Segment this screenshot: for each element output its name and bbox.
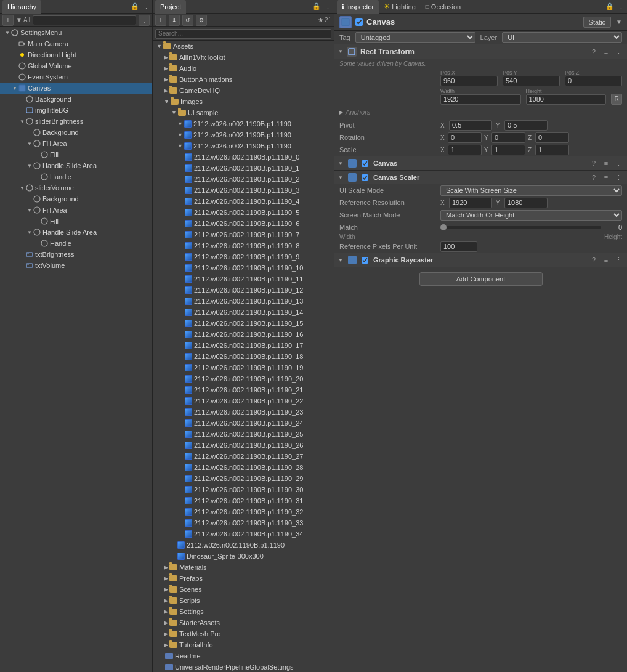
tag-dropdown[interactable]: Untagged [355,32,475,43]
project-item-readme[interactable]: Readme [153,650,334,662]
hierarchy-item-slider-volume[interactable]: ▼ sliderVolume [0,182,152,193]
project-item-img-6[interactable]: 2112.w026.n002.1190B.p1.1190_6 [153,218,334,229]
graphic-raycaster-header[interactable]: ▼ Graphic Raycaster ? ≡ ⋮ [334,253,627,267]
hierarchy-item-handle1[interactable]: Handle [0,171,152,182]
hierarchy-item-handle-slide1[interactable]: ▼ Handle Slide Area [0,160,152,171]
rect-transform-header[interactable]: ▼ Rect Transform ? ≡ ⋮ [334,44,627,59]
hierarchy-lock-icon[interactable]: 🔒 [131,2,139,10]
hierarchy-item-background1[interactable]: Background [0,94,152,105]
rt-posx-input[interactable] [440,76,498,86]
canvas-component-header[interactable]: ▼ Canvas ? ≡ ⋮ [334,156,627,170]
hierarchy-item-main-camera[interactable]: Main Camera [0,38,152,49]
canvas-comp-help[interactable]: ? [589,158,599,168]
project-item-img-19[interactable]: 2112.w026.n002.1190B.p1.1190_19 [153,362,334,373]
project-item-textmesh[interactable]: ▶ TextMesh Pro [153,628,334,639]
rt-help-btn[interactable]: ? [589,47,599,57]
canvas-scaler-settings[interactable]: ≡ [601,172,611,182]
hierarchy-item-settings-menu[interactable]: ▼ SettingsMenu [0,27,152,38]
rt-posy-input[interactable] [503,76,560,86]
rt-rot-y-input[interactable] [491,132,525,143]
project-item-img-15[interactable]: 2112.w026.n002.1190B.p1.1190_15 [153,318,334,329]
project-item-img-4[interactable]: 2112.w026.n002.1190B.p1.1190_4 [153,196,334,207]
canvas-scaler-help[interactable]: ? [589,172,599,182]
rt-resize-r-btn[interactable]: R [611,94,622,105]
rt-posz-input[interactable] [565,76,622,86]
hierarchy-add-btn[interactable]: + [2,15,14,26]
project-item-img-11[interactable]: 2112.w026.n002.1190B.p1.1190_11 [153,273,334,285]
project-item-img-20[interactable]: 2112.w026.n002.1190B.p1.1190_20 [153,373,334,384]
ref-res-y-input[interactable] [504,198,548,208]
layer-dropdown[interactable]: UI [502,32,622,43]
project-item-allin1[interactable]: ▶ AllIn1VfxToolkit [153,52,334,63]
project-item-img-13[interactable]: 2112.w026.n002.1190B.p1.1190_13 [153,296,334,307]
project-item-starter[interactable]: ▶ StarterAssets [153,617,334,628]
rt-height-input[interactable] [526,94,607,105]
project-item-img-14[interactable]: 2112.w026.n002.1190B.p1.1190_14 [153,307,334,318]
static-dropdown-arrow[interactable]: ▼ [616,18,622,25]
project-item-gamedevhq[interactable]: ▶ GameDevHQ [153,85,334,96]
rt-pivot-y-input[interactable] [504,120,548,131]
hierarchy-item-slider-brightness[interactable]: ▼ sliderBrightness [0,116,152,127]
rt-rot-z-input[interactable] [535,132,569,143]
project-item-img-26[interactable]: 2112.w026.n002.1190B.p1.1190_26 [153,440,334,451]
project-item-dinosaur[interactable]: Dinosaur_Sprite-300x300 [153,551,334,562]
hierarchy-item-event-system[interactable]: EventSystem [0,71,152,83]
project-item-img-bot[interactable]: 2112.w026.n002.1190B.p1.1190 [153,540,334,551]
project-item-img-16[interactable]: 2112.w026.n002.1190B.p1.1190_16 [153,329,334,340]
rt-scale-x-input[interactable] [448,145,482,155]
project-item-prefabs[interactable]: ▶ Prefabs [153,573,334,584]
rt-settings-btn[interactable]: ≡ [601,47,611,57]
project-item-img-7[interactable]: 2112.w026.n002.1190B.p1.1190_7 [153,229,334,240]
rt-rot-x-input[interactable] [448,132,482,143]
project-search-input[interactable] [155,29,331,39]
canvas-comp-menu[interactable]: ⋮ [613,158,623,168]
project-item-img-17[interactable]: 2112.w026.n002.1190B.p1.1190_17 [153,340,334,351]
match-slider[interactable] [440,226,601,229]
ref-res-x-input[interactable] [449,198,492,208]
canvas-scaler-header[interactable]: ▼ Canvas Scaler ? ≡ ⋮ [334,171,627,184]
static-button[interactable]: Static [583,17,612,28]
project-item-assets[interactable]: ▼ Assets [153,41,334,52]
graphic-raycaster-menu[interactable]: ⋮ [613,255,623,265]
project-item-img-34[interactable]: 2112.w026.n002.1190B.p1.1190_34 [153,528,334,540]
inspector-lock-icon[interactable]: 🔒 [605,2,614,10]
hierarchy-item-txt-brightness[interactable]: T txtBrightness [0,249,152,260]
project-item-img-22[interactable]: 2112.w026.n002.1190B.p1.1190_22 [153,395,334,407]
project-item-img-30[interactable]: 2112.w026.n002.1190B.p1.1190_30 [153,484,334,495]
project-item-img-33[interactable]: 2112.w026.n002.1190B.p1.1190_33 [153,517,334,528]
hierarchy-item-global-volume[interactable]: Global Volume [0,60,152,71]
add-component-button[interactable]: Add Component [419,272,543,286]
project-import-btn[interactable]: ⬇ [169,15,180,26]
inspector-tab[interactable]: ℹ Inspector [337,0,379,14]
project-item-urp[interactable]: UniversalRenderPipelineGlobalSettings [153,662,334,672]
graphic-raycaster-settings[interactable]: ≡ [601,255,611,265]
hierarchy-menu-icon[interactable]: ⋮ [143,2,150,10]
project-lock-icon[interactable]: 🔒 [312,2,321,10]
occlusion-tab[interactable]: □ Occlusion [421,0,466,14]
rt-pivot-x-input[interactable] [449,120,492,131]
rt-scale-z-input[interactable] [535,145,569,155]
project-item-img-2[interactable]: 2112.w026.n002.1190B.p1.1190_2 [153,174,334,185]
inspector-menu-icon[interactable]: ⋮ [618,2,625,10]
project-settings-btn[interactable]: ⚙ [196,15,207,26]
graphic-raycaster-help[interactable]: ? [589,255,599,265]
canvas-scaler-menu[interactable]: ⋮ [613,172,623,182]
lighting-tab[interactable]: ☀ Lighting [379,0,421,14]
project-add-btn[interactable]: + [155,15,166,26]
project-item-img-23[interactable]: 2112.w026.n002.1190B.p1.1190_23 [153,407,334,418]
project-item-img-top1[interactable]: ▼ 2112.w026.n002.1190B.p1.1190 [153,118,334,129]
project-item-tutorialinfo[interactable]: ▶ TutorialInfo [153,639,334,650]
rt-menu-btn[interactable]: ⋮ [613,47,623,57]
project-menu-icon[interactable]: ⋮ [325,2,331,10]
hierarchy-item-dir-light[interactable]: Directional Light [0,49,152,60]
hierarchy-item-txt-volume[interactable]: T txtVolume [0,260,152,271]
rt-scale-y-input[interactable] [491,145,525,155]
project-item-img-32[interactable]: 2112.w026.n002.1190B.p1.1190_32 [153,506,334,517]
hierarchy-item-fill1[interactable]: Fill [0,149,152,160]
screen-match-mode-dropdown[interactable]: Match Width Or Height [440,210,622,221]
project-item-img-top2[interactable]: ▼ 2112.w026.n002.1190B.p1.1190 [153,129,334,140]
hierarchy-search[interactable] [33,15,136,25]
project-item-img-18[interactable]: 2112.w026.n002.1190B.p1.1190_18 [153,351,334,362]
hierarchy-item-fill-area2[interactable]: ▼ Fill Area [0,204,152,216]
project-item-img-31[interactable]: 2112.w026.n002.1190B.p1.1190_31 [153,495,334,506]
